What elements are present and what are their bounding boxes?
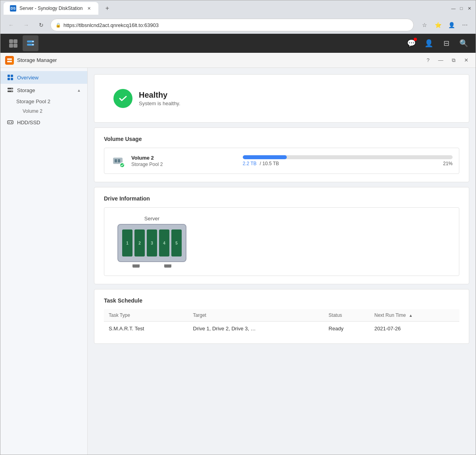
svg-rect-10 <box>8 75 10 77</box>
taskbar-user-icon[interactable]: 👤 <box>422 36 436 50</box>
app-title: Storage Manager <box>17 57 57 63</box>
svg-rect-0 <box>9 39 13 43</box>
health-text: Healthy System is healthy. <box>139 91 180 106</box>
svg-point-19 <box>11 122 12 123</box>
forward-button[interactable]: → <box>20 19 32 31</box>
storage-expand-icon: ▲ <box>77 88 81 93</box>
sidebar-hdd-label: HDD/SSD <box>17 120 81 125</box>
taskbar-right-area: 💬 👤 ⊟ 🔍 <box>404 36 471 50</box>
volume-percent: 21% <box>443 161 453 166</box>
svg-point-6 <box>33 41 34 42</box>
app-window-controls: ? — ⧉ ✕ <box>423 56 471 65</box>
sidebar-item-overview[interactable]: Overview <box>0 71 87 84</box>
task-table-header: Task Type Target Status Next Run Time ▲ <box>104 309 459 322</box>
profile-icon[interactable]: 👤 <box>445 19 457 31</box>
app-minimize-button[interactable]: — <box>436 56 445 65</box>
volume-status-dot <box>119 162 125 168</box>
volume-used: 2.2 TB <box>243 161 257 166</box>
svg-rect-11 <box>11 75 13 77</box>
nas-stand-left <box>132 264 140 268</box>
tab-close-button[interactable]: ✕ <box>86 5 92 12</box>
svg-rect-2 <box>9 44 13 48</box>
sidebar-item-storage[interactable]: Storage ▲ <box>0 84 87 96</box>
address-url: https://tlbsnlcnd2act.qnrekcq16lt.to:639… <box>63 22 159 28</box>
sidebar-item-volume-2[interactable]: Volume 2 <box>0 106 87 116</box>
sidebar-item-hdd-ssd[interactable]: HDD/SSD <box>0 116 87 129</box>
nas-unit: 1 2 3 4 5 <box>117 224 186 262</box>
cell-task-type: S.M.A.R.T. Test <box>104 322 188 336</box>
taskbar-window-icon[interactable]: ⊟ <box>439 36 453 50</box>
window-minimize-button[interactable]: — <box>450 5 457 12</box>
volume-total: / 10.5 TB <box>260 161 279 166</box>
reload-button[interactable]: ↻ <box>35 19 47 31</box>
toolbar-icons: ☆ ⭐ 👤 ⋯ <box>418 19 471 31</box>
health-section: Healthy System is healthy. <box>104 83 459 114</box>
svg-rect-23 <box>118 159 120 162</box>
volume-card: Volume 2 Storage Pool 2 2.2 TB / 10.5 TB… <box>104 148 459 174</box>
svg-rect-13 <box>11 78 13 80</box>
taskbar-app-home[interactable] <box>5 35 21 51</box>
new-tab-button[interactable]: + <box>102 3 113 14</box>
svg-rect-9 <box>7 61 12 62</box>
taskbar-app-storage[interactable] <box>23 35 38 51</box>
storage-pool-2-label: Storage Pool 2 <box>16 98 50 104</box>
sidebar-storage-sub: Storage Pool 2 Volume 2 <box>0 96 87 116</box>
synology-taskbar: 💬 👤 ⊟ 🔍 <box>0 34 476 53</box>
app-restore-button[interactable]: ⧉ <box>449 56 458 65</box>
app-body: Overview Storage ▲ <box>0 68 476 455</box>
app-icon <box>5 56 14 65</box>
drive-slot-5: 5 <box>171 229 182 256</box>
storage-manager-window: Storage Manager ? — ⧉ ✕ <box>0 53 476 455</box>
sidebar-item-storage-pool-2[interactable]: Storage Pool 2 <box>0 96 87 106</box>
storage-icon <box>7 87 14 94</box>
notification-dot <box>414 38 417 41</box>
server-label: Server <box>112 216 192 222</box>
nas-container: Server 1 2 3 4 5 <box>112 216 192 268</box>
nas-base <box>120 264 184 268</box>
col-task-type: Task Type <box>104 309 188 322</box>
volume-icon-wrap <box>111 154 125 168</box>
app-close-button[interactable]: ✕ <box>461 56 471 65</box>
taskbar-chat-icon[interactable]: 💬 <box>404 36 418 50</box>
sidebar: Overview Storage ▲ <box>0 68 88 455</box>
window-close-button[interactable]: ✕ <box>466 5 472 12</box>
volume-usage-card: Volume Usage <box>94 127 469 182</box>
health-description: System is healthy. <box>139 100 180 106</box>
browser-toolbar: ← → ↻ 🔒 https://tlbsnlcnd2act.qnrekcq16l… <box>0 16 476 34</box>
cell-next-run: 2021-07-26 <box>370 322 459 336</box>
health-status-title: Healthy <box>139 91 180 100</box>
address-lock-icon: 🔒 <box>56 23 61 28</box>
tab-title: Server - Synology DiskStation <box>19 6 83 11</box>
server-diagram: Server 1 2 3 4 5 <box>104 207 459 276</box>
volume-bar-bg <box>243 155 453 159</box>
task-table: Task Type Target Status Next Run Time ▲ <box>104 309 459 335</box>
browser-menu-icon[interactable]: ⋯ <box>459 19 471 31</box>
svg-rect-12 <box>8 78 10 80</box>
svg-rect-3 <box>13 44 17 48</box>
col-next-run[interactable]: Next Run Time ▲ <box>370 309 459 322</box>
main-content: Healthy System is healthy. Volume Usage <box>88 68 476 455</box>
drive-slot-1: 1 <box>122 229 132 256</box>
svg-rect-1 <box>13 39 17 43</box>
volume-stats: 2.2 TB / 10.5 TB 21% <box>243 161 453 166</box>
star-icon[interactable]: ☆ <box>418 19 430 31</box>
browser-tab-active[interactable]: DS Server - Synology DiskStation ✕ <box>4 2 98 15</box>
window-maximize-button[interactable]: □ <box>458 5 464 12</box>
sort-icon: ▲ <box>409 313 413 318</box>
task-table-body: S.M.A.R.T. Test Drive 1, Drive 2, Drive … <box>104 322 459 336</box>
sidebar-overview-label: Overview <box>17 75 81 81</box>
task-schedule-card: Task Schedule Task Type Target Status Ne… <box>94 289 469 344</box>
collections-icon[interactable]: ⭐ <box>432 19 444 31</box>
svg-rect-22 <box>115 159 117 162</box>
drive-slot-3: 3 <box>147 229 157 256</box>
back-button[interactable]: ← <box>5 19 17 31</box>
taskbar-search-icon[interactable]: 🔍 <box>457 36 471 50</box>
app-help-button[interactable]: ? <box>423 56 433 65</box>
volume-2-label: Volume 2 <box>23 108 42 114</box>
tab-favicon: DS <box>10 5 16 12</box>
address-bar[interactable]: 🔒 https://tlbsnlcnd2act.qnrekcq16lt.to:6… <box>50 19 414 31</box>
svg-point-17 <box>12 91 12 92</box>
volume-pool: Storage Pool 2 <box>131 162 236 167</box>
hdd-icon <box>7 119 14 126</box>
health-status-icon <box>113 89 132 108</box>
